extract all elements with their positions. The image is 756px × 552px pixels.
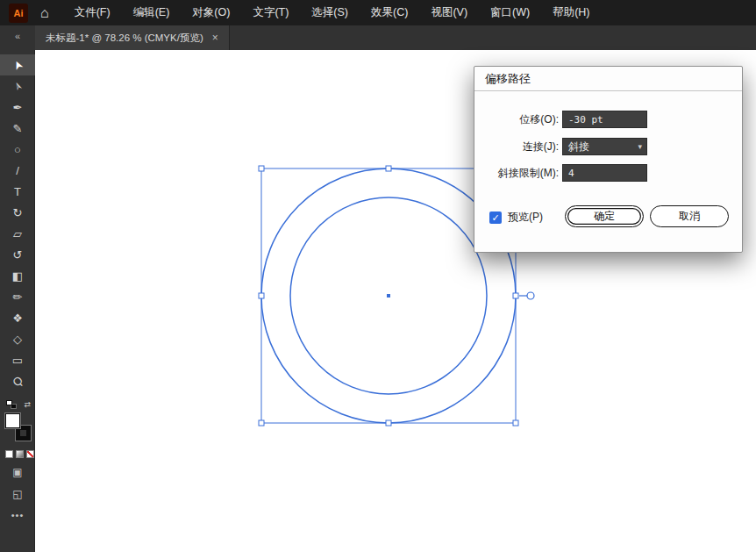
center-point[interactable] — [387, 294, 390, 298]
tool-rotate[interactable]: ↻ — [0, 202, 35, 223]
direct-selection-icon: ➢ — [10, 79, 25, 93]
illustrator-window: Ai ⌂ 文件(F)编辑(E)对象(O)文字(T)选择(S)效果(C)视图(V)… — [0, 0, 756, 552]
collapse-panel-icon[interactable]: « — [9, 31, 26, 41]
joins-row: 连接(J): 斜接 ▾ — [474, 138, 742, 155]
menu-help[interactable]: 帮助(H) — [541, 0, 601, 25]
tool-artboard[interactable]: ▭ — [0, 349, 35, 370]
home-icon[interactable]: ⌂ — [40, 5, 49, 21]
menu-file[interactable]: 文件(F) — [63, 0, 122, 25]
menu-items: 文件(F)编辑(E)对象(O)文字(T)选择(S)效果(C)视图(V)窗口(W)… — [63, 0, 602, 25]
offset-row: 位移(O): — [474, 111, 742, 128]
tool-paintbrush[interactable]: ✎ — [0, 118, 35, 139]
shape-widget-handle[interactable] — [527, 292, 534, 299]
selection-handle[interactable] — [259, 293, 264, 298]
tab-close-icon[interactable]: × — [212, 32, 218, 44]
rotate-icon: ↻ — [13, 206, 23, 219]
illustrator-app-icon[interactable]: Ai — [9, 4, 28, 23]
tab-bar: « 未标题-1* @ 78.26 % (CMYK/预览) × — [0, 25, 756, 50]
fill-swatch[interactable] — [5, 413, 20, 428]
tool-line-segment[interactable]: / — [0, 160, 35, 181]
tool-rotate-view[interactable]: ↺ — [0, 244, 35, 265]
joins-select-value: 斜接 — [568, 140, 589, 153]
line-segment-icon: / — [16, 164, 19, 177]
selection-handle[interactable] — [386, 420, 391, 426]
tool-eraser[interactable]: ▱ — [0, 223, 35, 244]
preview-row: ✓ 预览(P) — [489, 210, 543, 225]
check-icon: ✓ — [491, 212, 499, 223]
chevron-down-icon: ▾ — [638, 139, 642, 154]
menu-bar: Ai ⌂ 文件(F)编辑(E)对象(O)文字(T)选择(S)效果(C)视图(V)… — [0, 0, 756, 25]
miter-limit-label: 斜接限制(M): — [474, 164, 559, 182]
tool-list: ➤➢✒✎○/T↻▱↺◧✏❖◇▭Ϙ — [0, 54, 35, 391]
color-mode-row — [5, 450, 34, 458]
rotate-view-icon: ↺ — [13, 248, 23, 262]
joins-select[interactable]: 斜接 ▾ — [562, 138, 647, 155]
tools-panel: ➤➢✒✎○/T↻▱↺◧✏❖◇▭Ϙ ⇄ ▣ ◱ ••• — [0, 50, 35, 552]
preview-label: 预览(P) — [508, 210, 543, 225]
eraser-icon: ▱ — [13, 227, 22, 240]
selection-icon: ➤ — [10, 58, 25, 72]
artboard-icon: ▭ — [12, 354, 23, 367]
menu-window[interactable]: 窗口(W) — [479, 0, 541, 25]
selection-handle[interactable] — [513, 420, 518, 426]
menu-edit[interactable]: 编辑(E) — [122, 0, 182, 25]
menu-object[interactable]: 对象(O) — [181, 0, 241, 25]
more-tools-icon[interactable]: ••• — [0, 510, 35, 520]
tool-gradient[interactable]: ◧ — [0, 265, 35, 286]
width-icon: ◇ — [13, 333, 22, 346]
shape-builder-icon: ❖ — [12, 312, 23, 325]
screen-mode-button[interactable]: ◱ — [0, 488, 35, 500]
tool-shape-builder[interactable]: ❖ — [0, 307, 35, 328]
offset-path-dialog[interactable]: 偏移路径 位移(O): 连接(J): 斜接 ▾ 斜接限制(M): ✓ 预览(P)… — [474, 66, 743, 253]
fill-stroke-widget — [5, 413, 31, 441]
type-icon: T — [14, 185, 21, 198]
none-button[interactable] — [26, 450, 34, 458]
selection-handle[interactable] — [259, 420, 264, 426]
selection-handle[interactable] — [513, 293, 518, 298]
tool-selection[interactable]: ➤ — [0, 54, 35, 75]
default-fill-square — [6, 400, 12, 405]
pencil-icon: ✏ — [13, 290, 23, 304]
selection-handle[interactable] — [386, 166, 391, 171]
selection-handle[interactable] — [259, 166, 264, 171]
paintbrush-icon: ✎ — [13, 122, 23, 135]
offset-input[interactable] — [562, 111, 647, 128]
tool-direct-selection[interactable]: ➢ — [0, 75, 35, 97]
dialog-title: 偏移路径 — [474, 67, 742, 91]
ellipse-icon: ○ — [14, 143, 21, 156]
gradient-button[interactable] — [16, 450, 24, 458]
joins-label: 连接(J): — [474, 138, 559, 155]
tool-pencil[interactable]: ✏ — [0, 286, 35, 307]
cancel-button[interactable]: 取消 — [650, 205, 729, 227]
tool-pen[interactable]: ✒ — [0, 97, 35, 118]
preview-checkbox[interactable]: ✓ — [489, 211, 502, 224]
menu-type[interactable]: 文字(T) — [241, 0, 300, 25]
ok-button[interactable]: 确定 — [565, 205, 644, 227]
tool-zoom[interactable]: Ϙ — [0, 370, 35, 391]
miter-limit-row: 斜接限制(M): — [474, 164, 742, 182]
default-fill-stroke-icon[interactable] — [6, 400, 18, 410]
document-tab[interactable]: 未标题-1* @ 78.26 % (CMYK/预览) × — [35, 25, 230, 50]
menu-view[interactable]: 视图(V) — [419, 0, 479, 25]
tool-type[interactable]: T — [0, 181, 35, 202]
miter-limit-input[interactable] — [562, 164, 647, 182]
menu-effect[interactable]: 效果(C) — [360, 0, 419, 25]
menu-select[interactable]: 选择(S) — [300, 0, 360, 25]
tool-width[interactable]: ◇ — [0, 328, 35, 349]
offset-label: 位移(O): — [474, 111, 559, 128]
fill-stroke-mini-row: ⇄ — [0, 399, 35, 412]
draw-mode-button[interactable]: ▣ — [0, 466, 35, 478]
pen-icon: ✒ — [13, 101, 23, 114]
tool-ellipse[interactable]: ○ — [0, 139, 35, 160]
color-button[interactable] — [5, 450, 13, 458]
zoom-icon: Ϙ — [10, 373, 25, 389]
gradient-icon: ◧ — [12, 269, 23, 283]
document-tab-title: 未标题-1* @ 78.26 % (CMYK/预览) — [46, 32, 203, 45]
swap-fill-stroke-icon[interactable]: ⇄ — [24, 400, 31, 409]
